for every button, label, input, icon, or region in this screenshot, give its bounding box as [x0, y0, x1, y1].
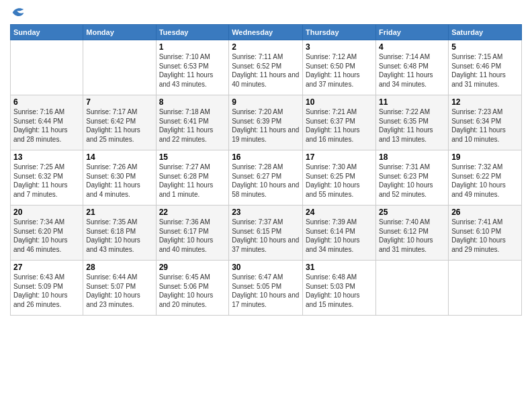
day-info: Sunrise: 7:37 AM Sunset: 6:15 PM Dayligh…: [232, 218, 300, 254]
day-info: Sunrise: 7:32 AM Sunset: 6:22 PM Dayligh…: [451, 163, 519, 199]
logo: [10, 7, 25, 19]
day-info: Sunrise: 7:11 AM Sunset: 6:52 PM Dayligh…: [232, 52, 300, 89]
day-number: 4: [379, 42, 445, 52]
day-number: 17: [306, 152, 373, 162]
day-info: Sunrise: 7:40 AM Sunset: 6:12 PM Dayligh…: [379, 218, 445, 254]
day-number: 7: [86, 97, 152, 107]
day-number: 18: [379, 152, 445, 162]
day-header-monday: Monday: [83, 25, 156, 40]
day-number: 2: [232, 42, 300, 52]
day-info: Sunrise: 7:36 AM Sunset: 6:17 PM Dayligh…: [159, 218, 226, 254]
day-header-saturday: Saturday: [449, 25, 522, 40]
day-number: 10: [306, 97, 373, 107]
day-info: Sunrise: 7:22 AM Sunset: 6:35 PM Dayligh…: [379, 107, 445, 144]
day-number: 31: [306, 263, 373, 272]
calendar-cell: [11, 40, 83, 95]
calendar-cell: 26Sunrise: 7:41 AM Sunset: 6:10 PM Dayli…: [449, 205, 522, 261]
calendar-cell: 14Sunrise: 7:26 AM Sunset: 6:30 PM Dayli…: [83, 150, 156, 205]
day-number: 28: [86, 263, 152, 272]
calendar-cell: 16Sunrise: 7:28 AM Sunset: 6:27 PM Dayli…: [229, 150, 303, 205]
calendar-cell: 6Sunrise: 7:16 AM Sunset: 6:44 PM Daylig…: [11, 95, 83, 150]
day-info: Sunrise: 6:44 AM Sunset: 5:07 PM Dayligh…: [86, 273, 152, 309]
day-info: Sunrise: 7:14 AM Sunset: 6:48 PM Dayligh…: [379, 52, 445, 89]
calendar-cell: 13Sunrise: 7:25 AM Sunset: 6:32 PM Dayli…: [11, 150, 83, 205]
day-info: Sunrise: 7:35 AM Sunset: 6:18 PM Dayligh…: [86, 218, 152, 254]
logo-bird-icon: [11, 7, 25, 19]
calendar-cell: 5Sunrise: 7:15 AM Sunset: 6:46 PM Daylig…: [449, 40, 522, 95]
day-number: 6: [13, 97, 80, 107]
calendar-header-row: SundayMondayTuesdayWednesdayThursdayFrid…: [11, 25, 522, 40]
day-header-tuesday: Tuesday: [156, 25, 229, 40]
day-number: 1: [159, 42, 226, 52]
day-info: Sunrise: 7:12 AM Sunset: 6:50 PM Dayligh…: [306, 52, 373, 89]
day-header-friday: Friday: [375, 25, 448, 40]
day-number: 9: [232, 97, 300, 107]
calendar-cell: 25Sunrise: 7:40 AM Sunset: 6:12 PM Dayli…: [375, 205, 448, 261]
calendar-cell: 30Sunrise: 6:47 AM Sunset: 5:05 PM Dayli…: [229, 261, 303, 316]
day-number: 11: [379, 97, 445, 107]
day-number: 27: [13, 263, 80, 272]
day-number: 24: [306, 208, 373, 217]
day-info: Sunrise: 6:43 AM Sunset: 5:09 PM Dayligh…: [13, 273, 80, 309]
day-info: Sunrise: 7:41 AM Sunset: 6:10 PM Dayligh…: [451, 218, 519, 254]
day-info: Sunrise: 7:30 AM Sunset: 6:25 PM Dayligh…: [306, 163, 373, 199]
calendar-cell: 20Sunrise: 7:34 AM Sunset: 6:20 PM Dayli…: [11, 205, 83, 261]
day-number: 25: [379, 208, 445, 217]
day-header-wednesday: Wednesday: [229, 25, 303, 40]
day-number: 3: [306, 42, 373, 52]
calendar-week-2: 6Sunrise: 7:16 AM Sunset: 6:44 PM Daylig…: [11, 95, 522, 150]
day-info: Sunrise: 7:18 AM Sunset: 6:41 PM Dayligh…: [159, 107, 226, 144]
calendar-cell: 23Sunrise: 7:37 AM Sunset: 6:15 PM Dayli…: [229, 205, 303, 261]
day-number: 13: [13, 152, 80, 162]
calendar-cell: 4Sunrise: 7:14 AM Sunset: 6:48 PM Daylig…: [375, 40, 448, 95]
page: SundayMondayTuesdayWednesdayThursdayFrid…: [0, 0, 532, 411]
day-number: 30: [232, 263, 300, 272]
calendar: SundayMondayTuesdayWednesdayThursdayFrid…: [10, 24, 522, 316]
day-number: 8: [159, 97, 226, 107]
calendar-cell: 22Sunrise: 7:36 AM Sunset: 6:17 PM Dayli…: [156, 205, 229, 261]
calendar-week-1: 1Sunrise: 7:10 AM Sunset: 6:53 PM Daylig…: [11, 40, 522, 95]
calendar-cell: 21Sunrise: 7:35 AM Sunset: 6:18 PM Dayli…: [83, 205, 156, 261]
day-number: 20: [13, 208, 80, 217]
calendar-cell: 7Sunrise: 7:17 AM Sunset: 6:42 PM Daylig…: [83, 95, 156, 150]
calendar-cell: 15Sunrise: 7:27 AM Sunset: 6:28 PM Dayli…: [156, 150, 229, 205]
day-header-thursday: Thursday: [303, 25, 376, 40]
day-info: Sunrise: 7:21 AM Sunset: 6:37 PM Dayligh…: [306, 107, 373, 144]
calendar-cell: 31Sunrise: 6:48 AM Sunset: 5:03 PM Dayli…: [303, 261, 376, 316]
day-info: Sunrise: 7:28 AM Sunset: 6:27 PM Dayligh…: [232, 163, 300, 199]
day-number: 22: [159, 208, 226, 217]
calendar-cell: 1Sunrise: 7:10 AM Sunset: 6:53 PM Daylig…: [156, 40, 229, 95]
day-info: Sunrise: 7:16 AM Sunset: 6:44 PM Dayligh…: [13, 107, 80, 144]
calendar-cell: 28Sunrise: 6:44 AM Sunset: 5:07 PM Dayli…: [83, 261, 156, 316]
day-info: Sunrise: 7:10 AM Sunset: 6:53 PM Dayligh…: [159, 52, 226, 89]
day-info: Sunrise: 6:47 AM Sunset: 5:05 PM Dayligh…: [232, 273, 300, 309]
day-info: Sunrise: 7:27 AM Sunset: 6:28 PM Dayligh…: [159, 163, 226, 199]
calendar-cell: [449, 261, 522, 316]
calendar-week-4: 20Sunrise: 7:34 AM Sunset: 6:20 PM Dayli…: [11, 205, 522, 261]
day-info: Sunrise: 7:25 AM Sunset: 6:32 PM Dayligh…: [13, 163, 80, 199]
calendar-cell: 18Sunrise: 7:31 AM Sunset: 6:23 PM Dayli…: [375, 150, 448, 205]
day-number: 23: [232, 208, 300, 217]
day-info: Sunrise: 7:17 AM Sunset: 6:42 PM Dayligh…: [86, 107, 152, 144]
calendar-cell: 9Sunrise: 7:20 AM Sunset: 6:39 PM Daylig…: [229, 95, 303, 150]
calendar-cell: 10Sunrise: 7:21 AM Sunset: 6:37 PM Dayli…: [303, 95, 376, 150]
calendar-week-3: 13Sunrise: 7:25 AM Sunset: 6:32 PM Dayli…: [11, 150, 522, 205]
calendar-week-5: 27Sunrise: 6:43 AM Sunset: 5:09 PM Dayli…: [11, 261, 522, 316]
calendar-cell: 27Sunrise: 6:43 AM Sunset: 5:09 PM Dayli…: [11, 261, 83, 316]
day-info: Sunrise: 7:20 AM Sunset: 6:39 PM Dayligh…: [232, 107, 300, 144]
calendar-cell: 11Sunrise: 7:22 AM Sunset: 6:35 PM Dayli…: [375, 95, 448, 150]
day-number: 19: [451, 152, 519, 162]
day-info: Sunrise: 7:23 AM Sunset: 6:34 PM Dayligh…: [451, 107, 519, 144]
calendar-cell: 3Sunrise: 7:12 AM Sunset: 6:50 PM Daylig…: [303, 40, 376, 95]
day-number: 16: [232, 152, 300, 162]
calendar-cell: [375, 261, 448, 316]
day-number: 29: [159, 263, 226, 272]
day-info: Sunrise: 6:48 AM Sunset: 5:03 PM Dayligh…: [306, 273, 373, 309]
calendar-cell: 12Sunrise: 7:23 AM Sunset: 6:34 PM Dayli…: [449, 95, 522, 150]
calendar-cell: 24Sunrise: 7:39 AM Sunset: 6:14 PM Dayli…: [303, 205, 376, 261]
day-info: Sunrise: 7:15 AM Sunset: 6:46 PM Dayligh…: [451, 52, 519, 89]
day-info: Sunrise: 7:26 AM Sunset: 6:30 PM Dayligh…: [86, 163, 152, 199]
day-number: 14: [86, 152, 152, 162]
day-header-sunday: Sunday: [11, 25, 83, 40]
day-number: 12: [451, 97, 519, 107]
